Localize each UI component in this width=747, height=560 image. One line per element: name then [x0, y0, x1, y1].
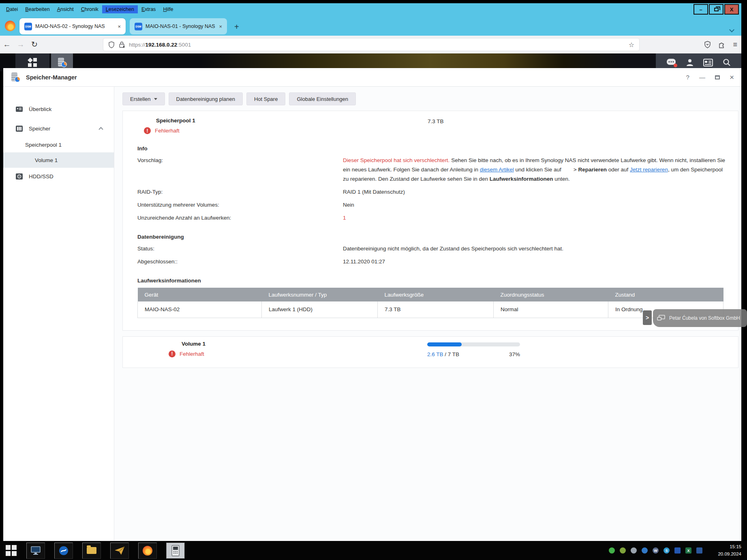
- app-maximize-button[interactable]: [715, 75, 720, 79]
- screen: Datei Bearbeiten Ansicht Chronik Lesezei…: [0, 0, 747, 560]
- tray-icon-5[interactable]: W: [653, 547, 659, 554]
- menu-ansicht[interactable]: Ansicht: [54, 5, 77, 13]
- tab-maio-nas-02[interactable]: DSM MAIO-NAS-02 - Synology NAS ×: [19, 18, 126, 34]
- chevron-up-icon[interactable]: [98, 127, 103, 131]
- bookmark-star-icon[interactable]: ☆: [629, 41, 634, 49]
- dropdown-caret-icon: [154, 98, 157, 100]
- tray-icon-1[interactable]: [609, 547, 615, 554]
- erstellen-button[interactable]: Erstellen: [122, 92, 165, 105]
- row-label: Vorschlag:: [137, 156, 343, 184]
- hot-spare-button[interactable]: Hot Spare: [246, 92, 286, 105]
- app-body: Überblick Speicher Speicherpool 1 Volume…: [3, 87, 741, 541]
- col-zuordnungsstatus[interactable]: Zuordnungsstatus: [494, 288, 608, 301]
- col-laufwerksnummer[interactable]: Laufwerksnummer / Typ: [262, 288, 378, 301]
- sidebar-item-hdd-ssd[interactable]: HDD/SSD: [3, 168, 114, 185]
- overlay-expand-button[interactable]: >: [643, 310, 652, 325]
- tray-icon-7[interactable]: [674, 547, 681, 554]
- taskbar-explorer-button[interactable]: [82, 543, 101, 559]
- row-label: Unzureichende Anzahl an Laufwerken:: [137, 213, 343, 222]
- taskbar-firefox-button[interactable]: [138, 543, 157, 559]
- diesem-artikel-link[interactable]: diesem Artikel: [480, 167, 514, 173]
- menu-lesezeichen[interactable]: Lesezeichen: [102, 5, 138, 13]
- tray-icon-2[interactable]: [620, 547, 626, 554]
- back-button[interactable]: ←: [0, 40, 14, 49]
- tray-icon-9[interactable]: [696, 547, 702, 554]
- tray-icon-4[interactable]: [642, 547, 648, 554]
- screens-icon: [657, 315, 665, 321]
- new-tab-button[interactable]: +: [234, 22, 239, 32]
- sidebar-item-volume-1[interactable]: Volume 1: [3, 152, 114, 168]
- blue-app-icon: [58, 545, 69, 556]
- help-button[interactable]: ?: [686, 74, 689, 81]
- taskbar-clock[interactable]: 15:15 20.09.2024: [718, 543, 741, 558]
- menu-bar: Datei Bearbeiten Ansicht Chronik Lesezei…: [0, 3, 741, 15]
- laufwerksinformationen-heading: Laufwerksinformationen: [137, 278, 738, 284]
- tab-maio-nas-01[interactable]: DSM MAIO-NAS-01 - Synology NAS ×: [130, 18, 227, 34]
- row-value: 1: [343, 213, 346, 222]
- shield-icon[interactable]: [108, 41, 115, 48]
- multi-volume-row: Unterstützung mehrerer Volumes: Nein: [137, 200, 738, 209]
- jetzt-reparieren-link[interactable]: Jetzt reparieren: [630, 167, 668, 173]
- error-icon: !: [169, 351, 176, 357]
- notifications-icon[interactable]: [666, 58, 676, 66]
- user-icon[interactable]: [686, 58, 694, 66]
- reload-button[interactable]: ↻: [28, 40, 41, 49]
- tab-close-icon[interactable]: ×: [219, 24, 222, 30]
- table-row[interactable]: MAIO-NAS-02 Laufwerk 1 (HDD) 7.3 TB Norm…: [138, 301, 723, 318]
- taskbar-pc-button[interactable]: [26, 543, 45, 559]
- sidebar: Überblick Speicher Speicherpool 1 Volume…: [3, 87, 114, 541]
- col-zustand[interactable]: Zustand: [608, 288, 723, 301]
- url-text: https://192.168.0.22:5001: [129, 42, 191, 48]
- datenbereinigung-planen-button[interactable]: Datenbereinigung planen: [169, 92, 243, 105]
- main-menu-grid-icon: [28, 58, 37, 67]
- globale-einstellungen-button[interactable]: Globale Einstellungen: [289, 92, 355, 105]
- volume-progress-fill: [427, 342, 462, 346]
- restore-button[interactable]: [709, 4, 723, 15]
- minimize-button[interactable]: –: [693, 4, 708, 15]
- menu-datei[interactable]: Datei: [2, 5, 21, 13]
- url-bar[interactable]: https://192.168.0.22:5001 ☆: [103, 38, 639, 51]
- tray-icon-8[interactable]: X: [685, 547, 691, 554]
- start-button[interactable]: [5, 545, 17, 557]
- tab-close-icon[interactable]: ×: [118, 24, 121, 30]
- app-close-button[interactable]: ×: [730, 73, 734, 82]
- sidebar-label: Überblick: [29, 106, 51, 112]
- missing-drives-row: Unzureichende Anzahl an Laufwerken: 1: [137, 213, 738, 222]
- taskbar-send-app-button[interactable]: [110, 543, 129, 559]
- lock-warning-icon[interactable]: [119, 41, 125, 48]
- sidebar-item-speicher[interactable]: Speicher: [3, 120, 114, 137]
- list-all-tabs-button[interactable]: [730, 26, 735, 31]
- col-laufwerksgroesse[interactable]: Laufwerksgröße: [378, 288, 494, 301]
- widgets-icon[interactable]: [703, 59, 713, 66]
- menu-bearbeiten[interactable]: Bearbeiten: [21, 5, 53, 13]
- forward-button[interactable]: →: [14, 40, 28, 49]
- sidebar-item-ueberblick[interactable]: Überblick: [3, 100, 114, 118]
- restore-icon: [714, 8, 719, 11]
- scrub-status-row: Status: Datenbereinigung nicht möglich, …: [137, 244, 738, 253]
- close-button[interactable]: X: [724, 4, 739, 15]
- extensions-puzzle-icon[interactable]: [718, 41, 726, 48]
- taskbar-blue-app-button[interactable]: [54, 543, 73, 559]
- col-geraet[interactable]: Gerät: [138, 288, 262, 301]
- volume-total: / 7 TB: [443, 351, 460, 357]
- menu-chronik[interactable]: Chronik: [77, 5, 102, 13]
- sidebar-item-speicherpool-1[interactable]: Speicherpool 1: [3, 137, 114, 152]
- clock-date: 20.09.2024: [718, 550, 741, 558]
- taskbar-device-button[interactable]: [166, 543, 185, 559]
- app-window-controls: ? — ×: [686, 73, 734, 82]
- protections-shield-icon[interactable]: [704, 41, 711, 48]
- monitor-icon: [30, 546, 41, 556]
- menu-hilfe[interactable]: Hilfe: [159, 5, 177, 13]
- pool-name: Speicherpool 1: [156, 118, 738, 124]
- overlay-tooltip: Petar Ćubela von Softbox GmbH: [653, 309, 747, 327]
- firefox-icon[interactable]: [5, 21, 15, 31]
- volume-panel[interactable]: Volume 1 ! Fehlerhaft 2.6 TB / 7 TB 37%: [122, 336, 738, 368]
- tray-icon-6[interactable]: S: [664, 547, 670, 554]
- menu-extras[interactable]: Extras: [138, 5, 159, 13]
- tray-icon-3[interactable]: [631, 547, 637, 554]
- hamburger-menu-icon[interactable]: ≡: [733, 41, 737, 49]
- clock-time: 15:15: [718, 543, 741, 550]
- app-minimize-button[interactable]: —: [699, 74, 705, 81]
- vorschlag-row: Vorschlag: Dieser Speicherpool hat sich …: [137, 156, 738, 184]
- search-icon[interactable]: [723, 58, 731, 66]
